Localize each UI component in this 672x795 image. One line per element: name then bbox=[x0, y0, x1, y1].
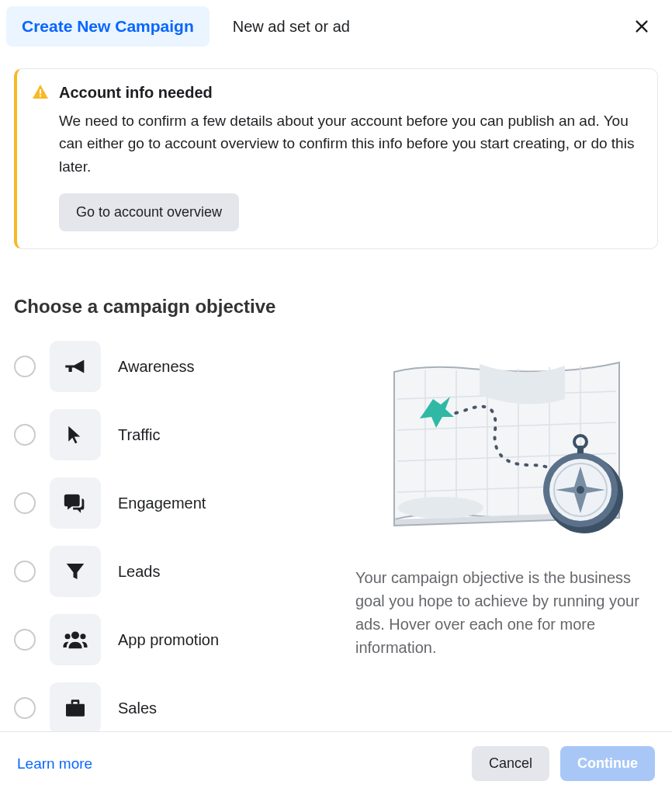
svg-point-6 bbox=[80, 634, 85, 640]
radio-traffic[interactable] bbox=[14, 424, 36, 446]
close-icon bbox=[633, 18, 650, 35]
objectives-list: Awareness Traffic Engagement Leads bbox=[14, 341, 324, 751]
cursor-icon bbox=[64, 423, 87, 446]
objective-leads[interactable]: Leads bbox=[14, 546, 324, 597]
radio-sales[interactable] bbox=[14, 697, 36, 719]
svg-point-18 bbox=[398, 497, 483, 519]
svg-rect-3 bbox=[40, 95, 41, 97]
footer-buttons: Cancel Continue bbox=[472, 746, 655, 781]
learn-more-link[interactable]: Learn more bbox=[17, 755, 92, 772]
chat-icon bbox=[62, 490, 88, 516]
alert-header: Account info needed bbox=[31, 83, 639, 102]
objective-awareness[interactable]: Awareness bbox=[14, 341, 324, 392]
account-info-alert: Account info needed We need to confirm a… bbox=[14, 68, 658, 249]
objective-engagement[interactable]: Engagement bbox=[14, 477, 324, 529]
objective-label: Awareness bbox=[118, 358, 195, 376]
alert-title: Account info needed bbox=[59, 84, 213, 102]
objective-app-promotion[interactable]: App promotion bbox=[14, 614, 324, 665]
radio-awareness[interactable] bbox=[14, 356, 36, 377]
icon-box bbox=[50, 682, 101, 734]
objective-traffic[interactable]: Traffic bbox=[14, 409, 324, 460]
radio-engagement[interactable] bbox=[14, 492, 36, 514]
content-row: Awareness Traffic Engagement Leads bbox=[0, 341, 672, 751]
objective-label: Leads bbox=[118, 563, 161, 581]
people-icon bbox=[62, 627, 88, 653]
dialog-header: Create New Campaign New ad set or ad bbox=[0, 0, 672, 53]
funnel-icon bbox=[64, 560, 87, 583]
icon-box bbox=[50, 341, 101, 392]
radio-app-promotion[interactable] bbox=[14, 629, 36, 651]
dialog-footer: Learn more Cancel Continue bbox=[0, 731, 672, 795]
tab-new-ad-set[interactable]: New ad set or ad bbox=[217, 7, 365, 47]
svg-rect-2 bbox=[40, 89, 41, 94]
tab-create-campaign[interactable]: Create New Campaign bbox=[6, 6, 210, 47]
cancel-button[interactable]: Cancel bbox=[472, 746, 549, 781]
objective-illustration bbox=[355, 356, 658, 543]
alert-body: We need to confirm a few details about y… bbox=[59, 109, 639, 178]
icon-box bbox=[50, 409, 101, 460]
go-to-account-overview-button[interactable]: Go to account overview bbox=[59, 193, 239, 231]
close-button[interactable] bbox=[627, 12, 656, 41]
continue-button[interactable]: Continue bbox=[560, 746, 655, 781]
warning-icon bbox=[31, 83, 50, 102]
objective-label: Engagement bbox=[118, 495, 206, 512]
objective-sales[interactable]: Sales bbox=[14, 682, 324, 734]
briefcase-icon bbox=[63, 696, 88, 720]
svg-point-23 bbox=[577, 486, 584, 494]
icon-box bbox=[50, 477, 101, 529]
svg-point-5 bbox=[65, 634, 71, 640]
megaphone-icon bbox=[62, 353, 88, 380]
section-title: Choose a campaign objective bbox=[14, 296, 658, 318]
icon-box bbox=[50, 614, 101, 665]
radio-leads[interactable] bbox=[14, 561, 36, 582]
icon-box bbox=[50, 546, 101, 597]
svg-rect-7 bbox=[66, 704, 85, 717]
side-panel: Your campaign objective is the business … bbox=[355, 341, 658, 751]
objective-label: Traffic bbox=[118, 426, 160, 444]
objective-label: App promotion bbox=[118, 631, 219, 649]
side-description: Your campaign objective is the business … bbox=[355, 566, 658, 659]
svg-point-4 bbox=[71, 632, 79, 640]
objective-label: Sales bbox=[118, 700, 157, 717]
